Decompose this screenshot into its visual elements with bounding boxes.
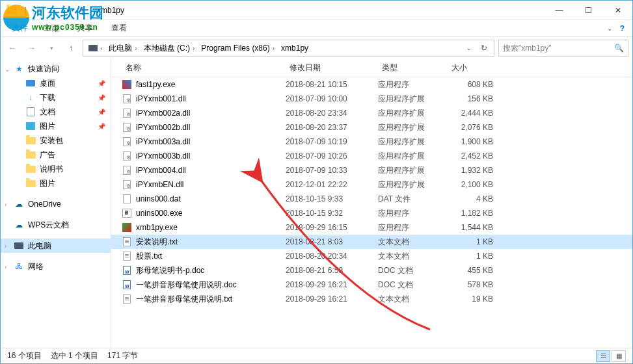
nav-pictures[interactable]: 图片📌 xyxy=(1,119,111,133)
file-row[interactable]: iPYxmbEN.dll2012-12-01 22:22应用程序扩展2,100 … xyxy=(111,177,632,192)
file-size: 608 KB xyxy=(448,80,506,89)
ribbon-tab-view[interactable]: 查看 xyxy=(105,20,133,36)
column-headers[interactable]: 名称 修改日期 类型 大小 xyxy=(111,59,632,77)
file-icon xyxy=(122,94,132,104)
file-type: 应用程序 xyxy=(378,79,448,90)
file-row[interactable]: unins000.dat2018-10-15 9:33DAT 文件4 KB xyxy=(111,192,632,206)
search-icon[interactable]: 🔍 xyxy=(614,44,624,53)
file-row[interactable]: fast1py.exe2018-08-21 10:15应用程序608 KB xyxy=(111,77,632,92)
file-date: 2018-07-09 10:19 xyxy=(286,137,378,146)
file-row[interactable]: iPYxmb003b.dll2018-07-09 10:26应用程序扩展2,45… xyxy=(111,149,632,163)
file-row[interactable]: 一笔拼音形母笔使用说明.doc2018-09-29 16:21DOC 文档578… xyxy=(111,278,632,292)
file-icon xyxy=(122,222,132,233)
address-bar: ← → ▾ ↑ › 此电脑› 本地磁盘 (C:)› Program Files … xyxy=(1,37,632,59)
up-button[interactable]: ↑ xyxy=(63,40,79,56)
file-date: 2018-10-15 9:32 xyxy=(286,209,378,218)
recent-dropdown-icon[interactable]: ▾ xyxy=(44,40,59,56)
qat-divider: | xyxy=(19,4,32,17)
file-type: 应用程序 xyxy=(378,222,448,233)
status-selection: 选中 1 个项目 xyxy=(51,350,98,361)
breadcrumb-pc-icon[interactable]: › xyxy=(86,44,105,53)
nav-onedrive[interactable]: ›☁OneDrive xyxy=(1,197,111,211)
nav-folder-1[interactable]: 广告 xyxy=(1,148,111,162)
nav-downloads[interactable]: ↓下载📌 xyxy=(1,90,111,105)
file-date: 2018-09-29 16:21 xyxy=(286,294,378,304)
file-type: 应用程序扩展 xyxy=(378,151,448,162)
qat-divider: | xyxy=(76,4,89,17)
breadcrumb-seg-0[interactable]: 此电脑› xyxy=(106,42,139,55)
nav-thispc[interactable]: ›此电脑 xyxy=(1,239,111,253)
file-row[interactable]: 一笔拼音形母笔使用说明.txt2018-09-29 16:21文本文档19 KB xyxy=(111,292,632,306)
file-name: 一笔拼音形母笔使用说明.txt xyxy=(136,294,232,305)
nav-wps[interactable]: ☁WPS云文档 xyxy=(1,218,111,232)
nav-folder-3[interactable]: 图片 xyxy=(1,176,111,190)
file-name: 一笔拼音形母笔使用说明.doc xyxy=(136,280,237,291)
file-row[interactable]: iPYxmb002a.dll2018-08-20 23:34应用程序扩展2,44… xyxy=(111,106,632,120)
file-row[interactable]: iPYxmb002b.dll2018-08-20 23:37应用程序扩展2,07… xyxy=(111,120,632,135)
maximize-button[interactable]: ☐ xyxy=(574,1,603,20)
ribbon-expand-icon[interactable]: ⌄ xyxy=(607,25,612,32)
nav-folder-0[interactable]: 安装包 xyxy=(1,133,111,148)
file-row[interactable]: iPYxmb003a.dll2018-07-09 10:19应用程序扩展1,90… xyxy=(111,135,632,149)
file-icon xyxy=(122,79,132,90)
file-date: 2018-07-09 10:33 xyxy=(286,166,378,175)
file-tab[interactable]: 文件 xyxy=(8,20,32,36)
nav-documents[interactable]: 文档📌 xyxy=(1,105,111,119)
search-input[interactable]: 搜索"xmb1py" 🔍 xyxy=(498,40,628,57)
status-count: 16 个项目 xyxy=(7,350,42,361)
file-row[interactable]: unins000.exe2018-10-15 9:32应用程序1,182 KB xyxy=(111,206,632,220)
file-name: iPYxmb002b.dll xyxy=(136,123,190,132)
close-button[interactable]: ✕ xyxy=(603,1,632,20)
file-icon xyxy=(122,208,132,218)
col-date[interactable]: 修改日期 xyxy=(286,62,378,73)
file-type: 文本文档 xyxy=(378,294,448,305)
col-type[interactable]: 类型 xyxy=(378,62,448,73)
file-name: iPYxmb002a.dll xyxy=(136,109,190,118)
file-size: 455 KB xyxy=(448,266,506,275)
qat-properties-icon[interactable]: ▫ xyxy=(33,4,46,17)
file-size: 578 KB xyxy=(448,280,506,289)
help-icon[interactable]: ? xyxy=(620,24,625,33)
breadcrumb-seg-3[interactable]: xmb1py xyxy=(278,42,311,54)
minimize-button[interactable]: — xyxy=(545,1,574,20)
file-name: iPYxmb003b.dll xyxy=(136,151,190,161)
file-size: 1 KB xyxy=(448,252,506,261)
col-size[interactable]: 大小 xyxy=(448,62,506,73)
ribbon-tab-share[interactable]: 共享 xyxy=(71,20,100,36)
file-name: 股票.txt xyxy=(136,251,162,262)
file-icon xyxy=(122,265,132,276)
file-row[interactable]: 股票.txt2018-08-20 20:34文本文档1 KB xyxy=(111,249,632,263)
back-button[interactable]: ← xyxy=(5,40,20,56)
nav-desktop[interactable]: 桌面📌 xyxy=(1,76,111,90)
nav-folder-2[interactable]: 说明书 xyxy=(1,162,111,176)
view-details-button[interactable]: ☰ xyxy=(596,350,610,362)
file-date: 2018-10-15 9:33 xyxy=(286,194,378,203)
nav-network[interactable]: ›🖧网络 xyxy=(1,259,111,274)
file-row[interactable]: iPYxmb001.dll2018-07-09 10:00应用程序扩展156 K… xyxy=(111,92,632,106)
history-dropdown-icon[interactable]: ⌄ xyxy=(463,45,476,51)
view-icons-button[interactable]: ▦ xyxy=(612,350,626,362)
file-icon xyxy=(122,151,132,161)
qat-new-icon[interactable]: ▪ xyxy=(47,4,61,17)
file-size: 1,182 KB xyxy=(448,209,506,218)
file-rows[interactable]: fast1py.exe2018-08-21 10:15应用程序608 KBiPY… xyxy=(111,77,632,348)
file-row[interactable]: 形母笔说明书-p.doc2018-08-21 6:58DOC 文档455 KB xyxy=(111,263,632,278)
col-name[interactable]: 名称 xyxy=(122,62,286,73)
nav-pane[interactable]: ⌄★快速访问 桌面📌 ↓下载📌 文档📌 图片📌 安装包 广告 说明书 图片 ›☁… xyxy=(1,59,111,348)
breadcrumb[interactable]: › 此电脑› 本地磁盘 (C:)› Program Files (x86)› x… xyxy=(83,40,494,57)
file-row[interactable]: xmb1py.exe2018-09-29 16:15应用程序1,544 KB xyxy=(111,220,632,235)
breadcrumb-seg-2[interactable]: Program Files (x86)› xyxy=(198,42,277,54)
qat-dropdown-icon[interactable]: ▾ xyxy=(62,4,75,17)
refresh-icon[interactable]: ↻ xyxy=(477,44,491,53)
file-list-pane: 名称 修改日期 类型 大小 fast1py.exe2018-08-21 10:1… xyxy=(111,59,632,348)
ribbon-tab-home[interactable]: 主页 xyxy=(37,20,66,36)
file-date: 2018-08-21 8:03 xyxy=(286,237,378,246)
file-row[interactable]: iPYxmb004.dll2018-07-09 10:33应用程序扩展1,932… xyxy=(111,163,632,177)
status-bar: 16 个项目 选中 1 个项目 171 字节 ☰ ▦ xyxy=(1,348,632,363)
file-size: 2,076 KB xyxy=(448,123,506,132)
file-icon xyxy=(122,136,132,147)
file-date: 2018-08-21 6:58 xyxy=(286,266,378,275)
nav-quick-access[interactable]: ⌄★快速访问 xyxy=(1,62,111,76)
file-row[interactable]: 安装说明.txt2018-08-21 8:03文本文档1 KB xyxy=(111,235,632,249)
breadcrumb-seg-1[interactable]: 本地磁盘 (C:)› xyxy=(141,42,198,55)
